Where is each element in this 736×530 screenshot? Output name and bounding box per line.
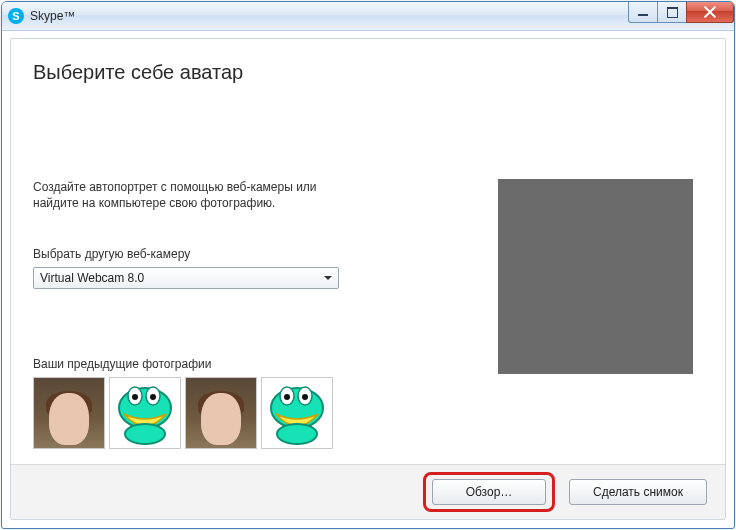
instructions-text: Создайте автопортрет с помощью веб-камер… [33, 179, 333, 211]
avatar-thumbnail[interactable] [185, 377, 257, 449]
svg-point-4 [150, 394, 156, 400]
close-button[interactable] [686, 2, 734, 23]
window-controls [629, 2, 734, 22]
skype-icon: S [8, 8, 24, 24]
previous-photos-label: Ваши предыдущие фотографии [33, 357, 211, 371]
avatar-thumbnail[interactable] [33, 377, 105, 449]
maximize-button[interactable] [657, 2, 687, 23]
window-title: Skype™ [30, 9, 75, 23]
client-area: Выберите себе аватар Создайте автопортре… [10, 38, 726, 520]
webcam-select[interactable]: Virtual Webcam 8.0 [33, 267, 339, 289]
avatar-thumbnail[interactable] [261, 377, 333, 449]
svg-point-3 [132, 394, 138, 400]
svg-point-11 [277, 424, 317, 444]
take-snapshot-button[interactable]: Сделать снимок [569, 479, 707, 505]
chevron-down-icon [324, 276, 332, 280]
minimize-button[interactable] [628, 2, 658, 23]
svg-point-10 [302, 394, 308, 400]
webcam-preview [498, 179, 693, 374]
tutorial-highlight: Обзор… [423, 472, 555, 512]
webcam-label: Выбрать другую веб-камеру [33, 247, 190, 261]
previous-photos-row [33, 377, 333, 449]
close-icon [704, 6, 716, 18]
svg-point-5 [125, 424, 165, 444]
svg-point-9 [284, 394, 290, 400]
skype-avatar-dialog: S Skype™ Выберите себе аватар Создайте а… [1, 1, 735, 529]
dialog-footer: Обзор… Сделать снимок [11, 464, 725, 519]
webcam-select-value: Virtual Webcam 8.0 [40, 271, 144, 285]
titlebar[interactable]: S Skype™ [2, 2, 734, 31]
browse-button[interactable]: Обзор… [432, 479, 546, 505]
avatar-thumbnail[interactable] [109, 377, 181, 449]
page-heading: Выберите себе аватар [33, 61, 243, 84]
